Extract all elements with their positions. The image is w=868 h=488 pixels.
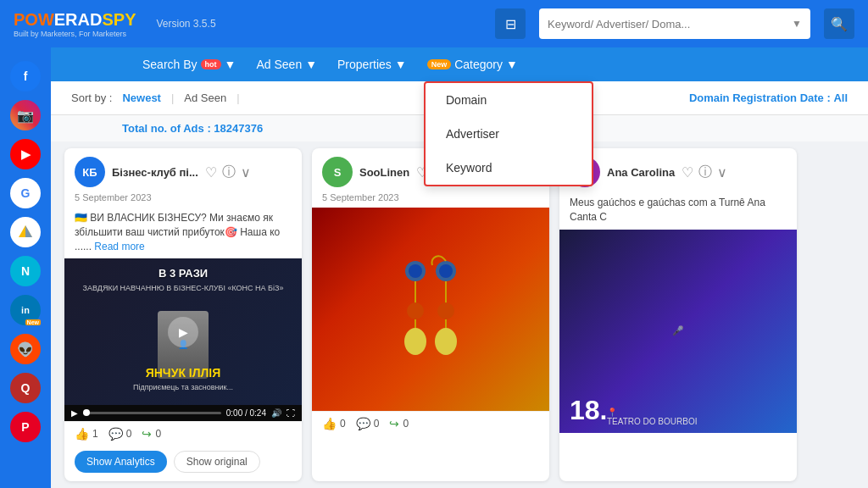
ad-1-video-name: ЯНЧУК ІЛЛІЯ [64, 366, 302, 380]
sort-value[interactable]: Newest [122, 92, 161, 104]
search-by-badge: hot [201, 59, 221, 69]
filter-icon: ⊟ [505, 16, 516, 32]
ad-1-read-more[interactable]: Read more [94, 241, 144, 252]
ad-2-name: SooLinen [359, 166, 409, 179]
svg-point-5 [407, 302, 424, 319]
ad-3-heart-icon[interactable]: ♡ [682, 164, 693, 180]
search-button[interactable]: 🔍 [824, 8, 854, 39]
subheader: Search By hot ▼ Ad Seen ▼ Properties ▼ N… [51, 47, 868, 81]
domain-reg-value[interactable]: All [833, 92, 848, 104]
header: POWERADSPY Built by Marketers, For Marke… [0, 0, 868, 47]
properties-label: Properties [337, 58, 392, 71]
ad-2-earring-image [397, 250, 465, 369]
ad-2-likes: 👍 0 [322, 417, 346, 430]
ad-1-text: 🇺🇦 ВИ ВЛАСНИК БІЗНЕСУ? Ми знаємо як збіл… [64, 208, 302, 258]
logo-pow: POW [14, 10, 54, 29]
search-by-nav[interactable]: Search By hot ▼ [142, 58, 236, 71]
ad-1-shares: ↪ 0 [142, 427, 161, 441]
ad-1-share-icon: ↪ [142, 427, 152, 441]
total-ads-label: Total no. of Ads : [122, 122, 211, 135]
svg-marker-1 [25, 225, 32, 237]
search-dropdown-arrow[interactable]: ▼ [792, 18, 802, 30]
show-original-button-1[interactable]: Show original [174, 451, 260, 473]
ad-1-fullscreen-icon[interactable]: ⛶ [287, 408, 295, 418]
ad-1-likes: 👍 1 [75, 427, 98, 441]
ad-1-chevron-icon[interactable]: ∨ [241, 164, 251, 180]
total-ads-count: 18247376 [214, 122, 263, 135]
ad-1-info-icon[interactable]: ⓘ [222, 164, 236, 181]
ad-1-footer: 👍 1 💬 0 ↪ 0 [64, 421, 302, 446]
ad-1-heart-icon[interactable]: ♡ [205, 164, 217, 180]
ad-3-concert-number: 18. [570, 395, 607, 426]
search-by-label: Search By [142, 58, 198, 71]
ad-1-play-control[interactable]: ▶ [71, 408, 78, 418]
ad-1-video-content: В 3 РАЗИ ЗАВДЯКИ НАВЧАННЮ В БІЗНЕС-КЛУБІ… [64, 258, 302, 405]
dropdown-item-advertiser[interactable]: Advertiser [426, 117, 592, 151]
category-badge: New [427, 59, 452, 69]
properties-nav[interactable]: Properties ▼ [337, 58, 407, 71]
sidebar-item-pinterest[interactable]: P [10, 412, 41, 442]
ad-1-play-button[interactable]: ▶ [168, 317, 198, 347]
sidebar-item-adwords[interactable] [10, 217, 41, 247]
svg-point-11 [437, 302, 454, 319]
ad-2-comment-icon: 💬 [356, 417, 370, 430]
ad-2-share-icon: ↪ [389, 417, 399, 430]
search-by-dropdown: Domain Advertiser Keyword [424, 81, 593, 186]
sidebar-item-linkedin[interactable]: in New [10, 295, 41, 325]
sidebar-item-quora[interactable]: Q [10, 373, 41, 403]
ad-card-2: S SooLinen ♡ ⓘ ∨ 5 September 2023 [312, 148, 549, 481]
dropdown-item-keyword[interactable]: Keyword [426, 151, 592, 185]
ad-1-date: 5 September 2023 [64, 192, 302, 208]
ad-3-concert-crowd: 🎤 [672, 325, 684, 336]
domain-registration: Domain Registration Date : All [689, 92, 848, 104]
ad-1-progress-bar[interactable] [83, 412, 221, 414]
sidebar-item-native[interactable]: N [10, 256, 41, 286]
ad-2-like-icon: 👍 [322, 417, 337, 430]
ad-3-actions: ♡ ⓘ ∨ [682, 164, 727, 181]
ad-2-likes-count: 0 [340, 418, 346, 430]
logo-ad: AD [78, 10, 103, 29]
ad-2-footer: 👍 0 💬 0 ↪ 0 [312, 411, 549, 435]
search-bar: ▼ [539, 8, 810, 39]
category-label: Category [454, 58, 503, 71]
sidebar-item-google[interactable]: G [10, 178, 41, 208]
ad-2-media [312, 208, 549, 411]
ad-1-video-namedesc: Підприємець та засновник... [64, 383, 302, 391]
category-nav[interactable]: New Category ▼ [427, 58, 518, 71]
properties-arrow: ▼ [395, 58, 407, 71]
logo-area: POWERADSPY Built by Marketers, For Marke… [14, 10, 136, 38]
sidebar-item-instagram[interactable]: 📷 [10, 100, 41, 130]
ad-1-video-title: В 3 РАЗИ [64, 267, 302, 280]
ad-seen-label: Ad Seen [256, 58, 302, 71]
ad-3-concert-venue: 📍 TEATRO DO BOURBOI [607, 408, 698, 426]
sidebar-item-youtube[interactable]: ▶ [10, 139, 41, 169]
sidebar-item-reddit[interactable]: 👽 [10, 334, 41, 364]
ad-3-venue-name: TEATRO DO BOURBOI [607, 417, 698, 426]
ad-2-image-bg [312, 208, 549, 411]
ad-3-text: Meus gaúchos e gaúchas com a Turnê Ana C… [559, 192, 797, 230]
svg-point-13 [435, 328, 457, 355]
sidebar-item-facebook[interactable]: f [10, 61, 41, 92]
ad-card-3-header: 👩 Ana Carolina ♡ ⓘ ∨ [559, 148, 797, 192]
ad-3-chevron-icon[interactable]: ∨ [717, 164, 727, 180]
ad-1-comments: 💬 0 [108, 427, 132, 441]
ad-2-date: 5 September 2023 [312, 192, 549, 208]
filter-button[interactable]: ⊟ [495, 8, 526, 39]
svg-point-3 [409, 264, 422, 278]
show-analytics-button-1[interactable]: Show Analytics [75, 451, 167, 473]
ad-3-media: 🎤 18. 📍 TEATRO DO BOURBOI [559, 230, 797, 433]
ad-3-info-icon[interactable]: ⓘ [698, 164, 712, 181]
ad-3-name: Ana Carolina [607, 166, 675, 179]
search-input[interactable] [548, 18, 785, 30]
search-by-arrow: ▼ [225, 58, 236, 71]
version-label: Version 3.5.5 [157, 18, 216, 30]
ad-seen-nav[interactable]: Ad Seen ▼ [256, 58, 317, 71]
ad-2-avatar: S [322, 157, 353, 187]
ad-1-actions: ♡ ⓘ ∨ [205, 164, 251, 181]
dropdown-item-domain[interactable]: Domain [426, 83, 592, 117]
ad-2-shares: ↪ 0 [389, 417, 409, 430]
ad-1-comments-count: 0 [126, 428, 132, 440]
ad-1-volume-icon[interactable]: 🔊 [271, 408, 281, 418]
ad-3-location-icon: 📍 [607, 408, 698, 417]
ad-card-3: 👩 Ana Carolina ♡ ⓘ ∨ Meus gaúchos e gaúc… [559, 148, 797, 481]
